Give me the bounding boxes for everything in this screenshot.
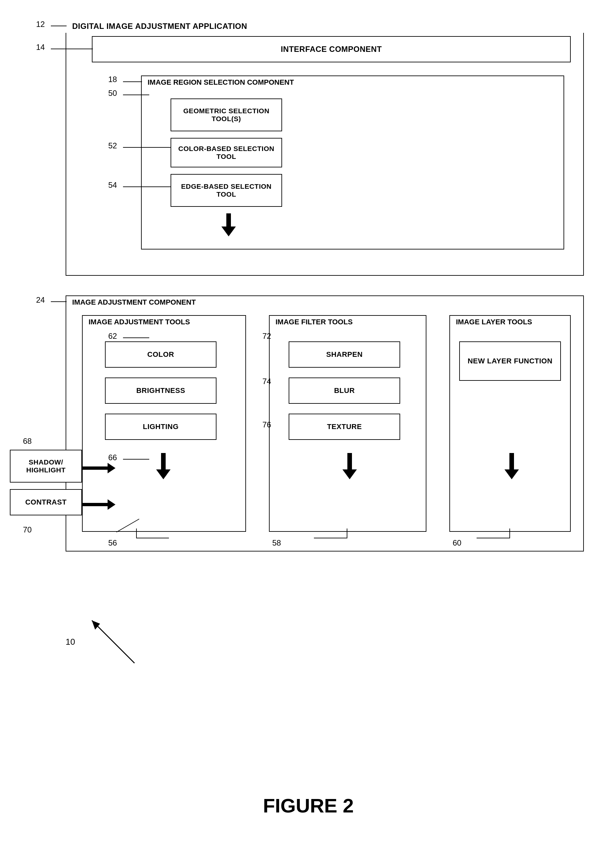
ref-70: 70 bbox=[23, 525, 32, 534]
edge-based-selection-box: EDGE-BASED SELECTION TOOL bbox=[171, 174, 282, 207]
ref-60: 60 bbox=[453, 538, 462, 547]
brightness-tool-box: BRIGHTNESS bbox=[105, 377, 217, 404]
edge-based-selection-text: EDGE-BASED SELECTION TOOL bbox=[174, 183, 279, 198]
texture-tool-text: TEXTURE bbox=[327, 423, 362, 431]
texture-tool-box: TEXTURE bbox=[289, 414, 400, 440]
ref-24: 24 bbox=[36, 295, 45, 304]
sharpen-tool-box: SHARPEN bbox=[289, 341, 400, 368]
ref-68: 68 bbox=[23, 437, 32, 446]
color-tool-text: COLOR bbox=[147, 350, 174, 359]
arrow-filter-tools-down bbox=[343, 453, 357, 479]
geometric-selection-box: GEOMETRIC SELECTION TOOL(S) bbox=[171, 98, 282, 131]
figure-label: FIGURE 2 bbox=[197, 795, 420, 817]
interface-component-box: INTERFACE COMPONENT bbox=[92, 36, 571, 62]
image-region-label: IMAGE REGION SELECTION COMPONENT bbox=[148, 78, 294, 87]
sharpen-tool-text: SHARPEN bbox=[326, 350, 363, 359]
new-layer-function-box: NEW LAYER FUNCTION bbox=[459, 341, 561, 381]
lighting-tool-text: LIGHTING bbox=[143, 423, 178, 431]
blur-tool-text: BLUR bbox=[334, 386, 355, 395]
image-filter-tools-label: IMAGE FILTER TOOLS bbox=[275, 318, 353, 326]
ref-18: 18 bbox=[108, 75, 117, 84]
image-layer-tools-label: IMAGE LAYER TOOLS bbox=[456, 318, 532, 326]
ref-76: 76 bbox=[262, 420, 271, 429]
arrow-layer-tools-down bbox=[504, 453, 519, 479]
ref-12: 12 bbox=[36, 20, 45, 29]
ref-14: 14 bbox=[36, 43, 45, 52]
arrow-shadow-right bbox=[81, 463, 115, 473]
diagonal-arrow-10 bbox=[82, 614, 148, 666]
image-adjustment-component-label: IMAGE ADJUSTMENT COMPONENT bbox=[72, 298, 196, 307]
digital-image-app-label-box: DIGITAL IMAGE ADJUSTMENT APPLICATION bbox=[66, 20, 584, 33]
ref-56: 56 bbox=[108, 538, 117, 547]
arrow-contrast-right bbox=[81, 499, 115, 510]
arrow-region-down bbox=[222, 213, 236, 236]
ref-72: 72 bbox=[262, 331, 271, 341]
ref-50: 50 bbox=[108, 88, 117, 98]
ref-52: 52 bbox=[108, 141, 117, 150]
ref-66: 66 bbox=[108, 453, 117, 462]
brightness-tool-text: BRIGHTNESS bbox=[136, 386, 185, 395]
shadow-highlight-box: SHADOW/ HIGHLIGHT bbox=[10, 450, 82, 482]
contrast-box: CONTRAST bbox=[10, 489, 82, 516]
ref-10: 10 bbox=[66, 637, 75, 647]
shadow-highlight-text: SHADOW/ HIGHLIGHT bbox=[13, 458, 79, 474]
digital-image-app-text: DIGITAL IMAGE ADJUSTMENT APPLICATION bbox=[72, 22, 247, 31]
geometric-selection-text: GEOMETRIC SELECTION TOOL(S) bbox=[174, 107, 279, 123]
color-based-selection-box: COLOR-BASED SELECTION TOOL bbox=[171, 138, 282, 167]
interface-component-text: INTERFACE COMPONENT bbox=[281, 45, 382, 54]
lighting-tool-box: LIGHTING bbox=[105, 414, 217, 440]
diagram: DIGITAL IMAGE ADJUSTMENT APPLICATION INT… bbox=[0, 0, 616, 864]
blur-tool-box: BLUR bbox=[289, 377, 400, 404]
image-adjustment-tools-label: IMAGE ADJUSTMENT TOOLS bbox=[88, 318, 190, 326]
ref-62: 62 bbox=[108, 331, 117, 341]
ref-58: 58 bbox=[272, 538, 281, 547]
color-based-selection-text: COLOR-BASED SELECTION TOOL bbox=[174, 145, 279, 161]
ref-54: 54 bbox=[108, 181, 117, 190]
new-layer-function-text: NEW LAYER FUNCTION bbox=[468, 357, 553, 365]
contrast-text: CONTRAST bbox=[25, 498, 67, 506]
color-tool-box: COLOR bbox=[105, 341, 217, 368]
svg-line-0 bbox=[92, 620, 135, 663]
ref-74: 74 bbox=[262, 377, 271, 386]
arrow-adjustment-tools-down bbox=[156, 453, 171, 479]
svg-marker-1 bbox=[92, 620, 100, 630]
